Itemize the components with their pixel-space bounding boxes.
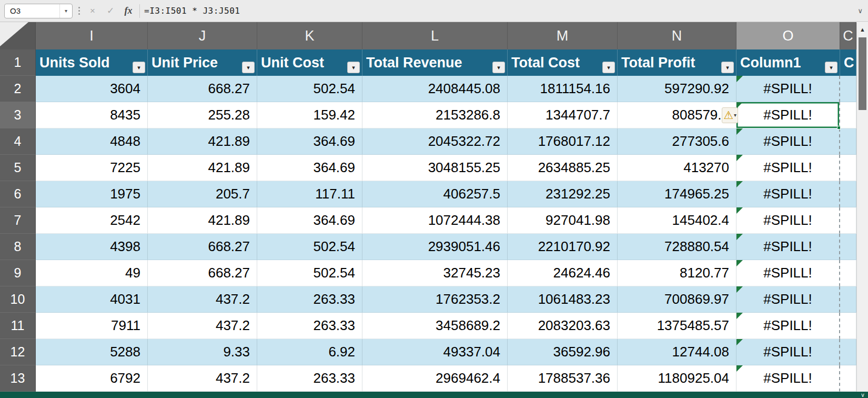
- cell-O5[interactable]: #SPILL!: [736, 155, 840, 181]
- cell-N2[interactable]: 597290.92: [618, 76, 736, 102]
- column-header-C[interactable]: C: [840, 22, 856, 49]
- row-header-11[interactable]: 11: [0, 313, 36, 339]
- cell-I6[interactable]: 1975: [36, 181, 148, 207]
- cell-M5[interactable]: 2634885.25: [508, 155, 618, 181]
- cell-M13[interactable]: 1788537.36: [508, 365, 618, 392]
- cell-I3[interactable]: 8435: [36, 102, 148, 128]
- cell-K13[interactable]: 263.33: [257, 365, 362, 392]
- header-cell-I1[interactable]: Units Sold▾: [36, 49, 148, 76]
- cell-M2[interactable]: 1811154.16: [508, 76, 618, 102]
- column-header-N[interactable]: N: [618, 22, 736, 49]
- filter-button[interactable]: ▾: [492, 62, 505, 73]
- row-header-13[interactable]: 13: [0, 365, 36, 392]
- cell-M7[interactable]: 927041.98: [508, 207, 618, 234]
- cell-J9[interactable]: 668.27: [148, 260, 257, 286]
- cell-C7[interactable]: [840, 207, 856, 234]
- header-cell-O1[interactable]: Column1▾: [736, 49, 840, 76]
- name-box[interactable]: O3 ▾: [4, 4, 73, 18]
- column-header-M[interactable]: M: [508, 22, 618, 49]
- cell-J10[interactable]: 437.2: [148, 286, 257, 313]
- cell-L4[interactable]: 2045322.72: [362, 128, 508, 155]
- cell-M9[interactable]: 24624.46: [508, 260, 618, 286]
- cell-M8[interactable]: 2210170.92: [508, 234, 618, 260]
- cell-I13[interactable]: 6792: [36, 365, 148, 392]
- cell-J8[interactable]: 668.27: [148, 234, 257, 260]
- cell-J6[interactable]: 205.7: [148, 181, 257, 207]
- column-header-K[interactable]: K: [257, 22, 362, 49]
- cell-C6[interactable]: [840, 181, 856, 207]
- cell-I5[interactable]: 7225: [36, 155, 148, 181]
- cell-N8[interactable]: 728880.54: [618, 234, 736, 260]
- cell-K9[interactable]: 502.54: [257, 260, 362, 286]
- fill-handle[interactable]: [837, 126, 841, 130]
- cell-N6[interactable]: 174965.25: [618, 181, 736, 207]
- filter-button[interactable]: ▾: [347, 62, 360, 73]
- cell-C12[interactable]: [840, 339, 856, 365]
- cell-K5[interactable]: 364.69: [257, 155, 362, 181]
- cell-J7[interactable]: 421.89: [148, 207, 257, 234]
- cell-M4[interactable]: 1768017.12: [508, 128, 618, 155]
- row-header-6[interactable]: 6: [0, 181, 36, 207]
- cell-C11[interactable]: [840, 313, 856, 339]
- row-header-4[interactable]: 4: [0, 128, 36, 155]
- cell-J3[interactable]: 255.28: [148, 102, 257, 128]
- header-cell-C1[interactable]: C: [840, 49, 856, 76]
- cell-I10[interactable]: 4031: [36, 286, 148, 313]
- more-options-icon[interactable]: [77, 7, 82, 15]
- cell-N5[interactable]: 413270: [618, 155, 736, 181]
- enter-icon[interactable]: ✓: [104, 5, 117, 16]
- cell-O4[interactable]: #SPILL!: [736, 128, 840, 155]
- cell-O7[interactable]: #SPILL!: [736, 207, 840, 234]
- cell-O13[interactable]: #SPILL!: [736, 365, 840, 392]
- filter-button[interactable]: ▾: [721, 62, 734, 73]
- header-cell-L1[interactable]: Total Revenue▾: [362, 49, 508, 76]
- cell-M3[interactable]: 1344707.7: [508, 102, 618, 128]
- bottom-chevron-icon[interactable]: ∨: [861, 392, 865, 398]
- cell-M11[interactable]: 2083203.63: [508, 313, 618, 339]
- cell-O6[interactable]: #SPILL!: [736, 181, 840, 207]
- scroll-up-icon[interactable]: ▲: [857, 23, 868, 36]
- cell-C8[interactable]: [840, 234, 856, 260]
- row-header-12[interactable]: 12: [0, 339, 36, 365]
- cell-M6[interactable]: 231292.25: [508, 181, 618, 207]
- header-cell-M1[interactable]: Total Cost▾: [508, 49, 618, 76]
- cell-O11[interactable]: #SPILL!: [736, 313, 840, 339]
- cell-C3[interactable]: [840, 102, 856, 128]
- cell-O10[interactable]: #SPILL!: [736, 286, 840, 313]
- formula-input[interactable]: =I3:I501 * J3:J501: [144, 0, 852, 22]
- cell-K12[interactable]: 6.92: [257, 339, 362, 365]
- cell-L7[interactable]: 1072444.38: [362, 207, 508, 234]
- filter-button[interactable]: ▾: [242, 62, 255, 73]
- cell-K11[interactable]: 263.33: [257, 313, 362, 339]
- cell-L11[interactable]: 3458689.2: [362, 313, 508, 339]
- cell-K6[interactable]: 117.11: [257, 181, 362, 207]
- filter-button[interactable]: ▾: [825, 62, 837, 73]
- cell-K4[interactable]: 364.69: [257, 128, 362, 155]
- cell-K3[interactable]: 159.42: [257, 102, 362, 128]
- row-header-9[interactable]: 9: [0, 260, 36, 286]
- column-header-J[interactable]: J: [148, 22, 257, 49]
- formula-bar-expand-icon[interactable]: ∨: [856, 7, 864, 15]
- cell-L6[interactable]: 406257.5: [362, 181, 508, 207]
- cell-O9[interactable]: #SPILL!: [736, 260, 840, 286]
- cell-O2[interactable]: #SPILL!: [736, 76, 840, 102]
- filter-button[interactable]: ▾: [602, 62, 615, 73]
- cell-L5[interactable]: 3048155.25: [362, 155, 508, 181]
- cell-K10[interactable]: 263.33: [257, 286, 362, 313]
- cell-N7[interactable]: 145402.4: [618, 207, 736, 234]
- cell-N11[interactable]: 1375485.57: [618, 313, 736, 339]
- row-header-1[interactable]: 1: [0, 49, 36, 76]
- cell-O12[interactable]: #SPILL!: [736, 339, 840, 365]
- cell-I8[interactable]: 4398: [36, 234, 148, 260]
- cell-J5[interactable]: 421.89: [148, 155, 257, 181]
- row-header-2[interactable]: 2: [0, 76, 36, 102]
- column-header-I[interactable]: I: [36, 22, 148, 49]
- cell-K2[interactable]: 502.54: [257, 76, 362, 102]
- cell-N3[interactable]: 808579.1⚠▾: [618, 102, 736, 128]
- column-header-L[interactable]: L: [362, 22, 508, 49]
- cell-N10[interactable]: 700869.97: [618, 286, 736, 313]
- cell-L9[interactable]: 32745.23: [362, 260, 508, 286]
- row-header-8[interactable]: 8: [0, 234, 36, 260]
- filter-button[interactable]: ▾: [133, 62, 145, 73]
- row-header-5[interactable]: 5: [0, 155, 36, 181]
